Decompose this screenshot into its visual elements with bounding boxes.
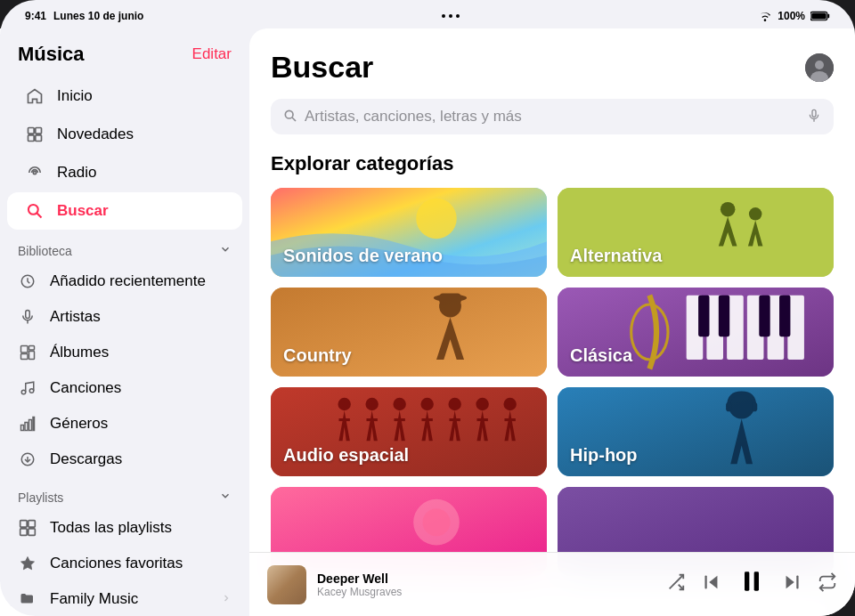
status-left: 9:41 Lunes 10 de junio [25, 10, 143, 22]
album-art [267, 565, 306, 604]
svg-point-59 [338, 398, 350, 410]
library-item-favoritas[interactable]: Canciones favoritas [0, 546, 249, 581]
svg-point-79 [423, 508, 451, 536]
category-card-sonidos[interactable]: Sonidos de verano [271, 188, 547, 277]
avatar-button[interactable] [805, 53, 834, 82]
country-label: Country [283, 345, 352, 366]
folder-icon [18, 589, 37, 609]
library-item-albumes[interactable]: Álbumes [0, 335, 249, 370]
search-nav-icon [25, 201, 45, 221]
categories-grid: Sonidos de verano [271, 188, 834, 576]
status-center [442, 14, 460, 18]
anadido-label: Añadido recientemente [50, 272, 206, 290]
svg-rect-45 [439, 294, 461, 304]
svg-marker-29 [21, 557, 35, 570]
svg-rect-1 [827, 14, 829, 19]
wifi-icon [758, 11, 772, 21]
todas-label: Todas las playlists [50, 519, 172, 537]
category-card-hiphop[interactable]: Hip-hop [558, 387, 834, 476]
generos-label: Géneros [50, 415, 108, 433]
svg-rect-15 [29, 346, 35, 351]
artistas-label: Artistas [50, 308, 101, 326]
category-card-alternativa[interactable]: Alternativa [558, 188, 834, 277]
svg-rect-20 [25, 423, 28, 431]
library-item-artistas[interactable]: Artistas [0, 299, 249, 335]
previous-button[interactable] [702, 572, 721, 596]
svg-point-69 [476, 398, 488, 410]
svg-rect-35 [812, 109, 816, 117]
svg-rect-86 [754, 571, 759, 590]
svg-line-9 [37, 214, 42, 218]
microphone-icon[interactable] [807, 109, 821, 126]
svg-rect-25 [20, 521, 28, 528]
svg-point-61 [365, 398, 378, 410]
svg-point-38 [416, 199, 456, 239]
svg-rect-14 [21, 354, 28, 360]
search-bar[interactable]: Artistas, canciones, letras y más [271, 99, 834, 134]
library-section-header: Biblioteca [0, 231, 249, 263]
mic-icon [18, 307, 37, 327]
playlists-chevron-icon[interactable] [219, 490, 232, 505]
shuffle-button[interactable] [666, 572, 686, 596]
library-item-family[interactable]: Family Music [0, 581, 249, 616]
sidebar-item-radio[interactable]: Radio [7, 154, 242, 191]
svg-rect-76 [752, 402, 757, 411]
svg-rect-21 [29, 420, 32, 431]
library-item-generos[interactable]: Géneros [0, 406, 249, 442]
date-display: Lunes 10 de junio [53, 10, 143, 22]
star-icon [18, 554, 37, 573]
svg-rect-19 [21, 426, 24, 431]
battery-icon [810, 11, 830, 21]
svg-rect-13 [21, 346, 28, 353]
genres-icon [18, 414, 37, 434]
library-chevron-icon[interactable] [219, 243, 232, 258]
svg-rect-53 [698, 296, 709, 337]
radio-icon [25, 163, 45, 182]
dot3 [456, 14, 460, 18]
svg-rect-56 [779, 296, 790, 337]
svg-point-7 [33, 171, 36, 174]
album-icon [18, 343, 37, 362]
track-title: Deeper Well [317, 571, 656, 586]
sidebar-item-inicio[interactable]: Inicio [7, 77, 242, 115]
play-pause-button[interactable] [737, 567, 766, 602]
library-item-todas[interactable]: Todas las playlists [0, 510, 249, 546]
svg-marker-83 [709, 576, 717, 589]
ipad-frame: 9:41 Lunes 10 de junio 100% M [0, 0, 855, 616]
svg-line-34 [292, 118, 296, 121]
category-card-audio[interactable]: Audio espacial [271, 387, 547, 476]
svg-rect-11 [26, 311, 30, 319]
alternativa-label: Alternativa [570, 246, 662, 266]
repeat-button[interactable] [818, 572, 837, 596]
inicio-label: Inicio [57, 87, 93, 105]
now-playing-bar: Deeper Well Kacey Musgraves [249, 552, 855, 616]
category-card-clasica[interactable]: Clásica [558, 288, 834, 377]
sidebar-edit-button[interactable]: Editar [192, 45, 232, 63]
clasica-label: Clásica [570, 345, 632, 366]
svg-rect-26 [28, 521, 36, 528]
svg-point-40 [721, 202, 736, 217]
sidebar-item-novedades[interactable]: Novedades [7, 116, 242, 153]
library-item-descargas[interactable]: Descargas [0, 442, 249, 477]
sonidos-label: Sonidos de verano [283, 246, 443, 266]
library-item-canciones[interactable]: Canciones [0, 370, 249, 406]
audio-label: Audio espacial [283, 445, 409, 466]
library-item-anadido[interactable]: Añadido recientemente [0, 263, 249, 299]
svg-rect-75 [726, 402, 731, 411]
sidebar-item-buscar[interactable]: Buscar [7, 192, 242, 230]
category-card-country[interactable]: Country [271, 288, 547, 377]
svg-marker-87 [786, 576, 794, 589]
buscar-label: Buscar [57, 202, 109, 220]
svg-rect-55 [759, 296, 770, 337]
svg-rect-85 [745, 571, 749, 590]
all-playlists-icon [18, 518, 37, 538]
sidebar-title: Música [18, 43, 85, 66]
svg-rect-2 [811, 12, 826, 19]
library-title: Biblioteca [18, 244, 72, 258]
svg-rect-4 [36, 128, 42, 134]
next-button[interactable] [782, 572, 802, 596]
dot1 [442, 14, 445, 18]
time-display: 9:41 [25, 10, 46, 22]
hiphop-label: Hip-hop [570, 445, 638, 466]
favoritas-label: Canciones favoritas [50, 555, 183, 572]
